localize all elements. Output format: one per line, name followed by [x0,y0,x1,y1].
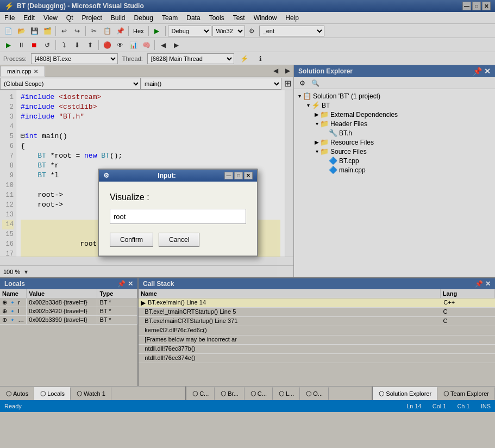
confirm-button[interactable]: Confirm [110,233,153,247]
modal-input[interactable] [110,209,246,224]
modal-label: Visualize : [110,192,246,202]
cancel-button[interactable]: Cancel [159,233,199,247]
modal-buttons: Confirm Cancel [110,233,246,247]
modal-close-button[interactable]: ✕ [244,172,253,179]
modal-dialog: ⚙ Input: — □ ✕ Visualize : Confirm Cance… [98,169,258,257]
modal-title: Input: [158,172,176,179]
modal-minimize-button[interactable]: — [224,172,233,179]
modal-maximize-button[interactable]: □ [234,172,243,179]
modal-title-bar: ⚙ Input: — □ ✕ [99,170,257,182]
modal-body: Visualize : Confirm Cancel [99,182,257,256]
modal-overlay: ⚙ Input: — □ ✕ Visualize : Confirm Cance… [0,0,495,448]
modal-title-buttons[interactable]: — □ ✕ [224,172,253,179]
modal-icon: ⚙ [103,172,109,179]
